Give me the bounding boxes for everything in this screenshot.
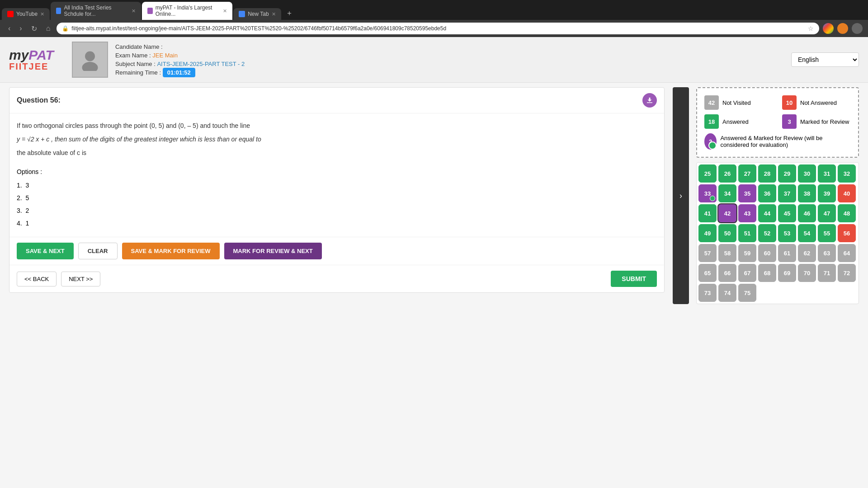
question-btn-45[interactable]: 45 [778, 204, 796, 222]
question-btn-61[interactable]: 61 [778, 244, 796, 262]
question-btn-27[interactable]: 27 [738, 164, 756, 183]
option-1[interactable]: 1. 3 [17, 179, 657, 192]
new-tab-button[interactable]: ＋ [282, 7, 297, 20]
save-mark-review-button[interactable]: SAVE & MARK FOR REVIEW [122, 243, 220, 259]
question-btn-25[interactable]: 25 [698, 164, 717, 183]
question-btn-52[interactable]: 52 [758, 224, 776, 242]
back-nav-button[interactable]: << BACK [17, 272, 57, 286]
tab-youtube-label: YouTube [16, 11, 38, 17]
question-btn-43[interactable]: 43 [738, 204, 756, 222]
question-btn-54[interactable]: 54 [798, 224, 816, 242]
question-btn-32[interactable]: 32 [838, 164, 856, 183]
options-label: Options : [17, 168, 657, 175]
question-btn-46[interactable]: 46 [798, 204, 816, 222]
profile-icon[interactable] [852, 23, 863, 34]
question-btn-39[interactable]: 39 [818, 184, 836, 202]
question-btn-58[interactable]: 58 [718, 244, 736, 262]
question-btn-36[interactable]: 36 [758, 184, 776, 202]
tab-mypat-close[interactable]: ✕ [223, 8, 227, 14]
tab-newtab[interactable]: New Tab ✕ [233, 8, 281, 20]
question-btn-70[interactable]: 70 [798, 264, 816, 282]
question-btn-53[interactable]: 53 [778, 224, 796, 242]
svg-point-0 [85, 52, 95, 61]
question-line3: the absolute value of c is [17, 148, 657, 159]
question-btn-34[interactable]: 34 [718, 184, 736, 202]
candidate-info: Candidate Name : Exam Name : JEE Main Su… [72, 42, 245, 78]
question-btn-62[interactable]: 62 [798, 244, 816, 262]
mypat-favicon [147, 8, 153, 14]
question-btn-49[interactable]: 49 [698, 224, 717, 242]
download-button[interactable] [642, 93, 657, 108]
tab-youtube-close[interactable]: ✕ [40, 11, 44, 17]
lock-icon: 🔒 [62, 25, 69, 32]
tab-aits[interactable]: All India Test Series Schdule for... ✕ [51, 2, 141, 20]
clear-button[interactable]: CLEAR [78, 243, 118, 259]
submit-button[interactable]: SUBMIT [611, 271, 657, 287]
question-btn-40[interactable]: 40 [838, 184, 856, 202]
legend-answered-marked: 2 Answered & Marked for Review (will be … [704, 133, 851, 150]
question-btn-42[interactable]: 42 [718, 204, 736, 222]
logo-pat: PAT [28, 48, 54, 62]
question-btn-57[interactable]: 57 [698, 244, 717, 262]
option-4[interactable]: 4. 1 [17, 217, 657, 230]
question-btn-60[interactable]: 60 [758, 244, 776, 262]
question-btn-30[interactable]: 30 [798, 164, 816, 183]
question-grid-scroll[interactable]: 2526272829303132333435363738394041424344… [696, 162, 859, 304]
avatar [72, 42, 108, 78]
extension-icon[interactable] [837, 23, 848, 34]
question-btn-50[interactable]: 50 [718, 224, 736, 242]
question-btn-31[interactable]: 31 [818, 164, 836, 183]
question-btn-41[interactable]: 41 [698, 204, 717, 222]
question-btn-75[interactable]: 75 [738, 284, 756, 302]
browser-chrome: YouTube ✕ All India Test Series Schdule … [0, 0, 868, 37]
question-btn-28[interactable]: 28 [758, 164, 776, 183]
question-btn-29[interactable]: 29 [778, 164, 796, 183]
question-scroll: Question 56: If two orthogonal circles p… [9, 87, 672, 304]
tab-aits-close[interactable]: ✕ [132, 8, 136, 14]
not-visited-badge: 42 [704, 95, 719, 110]
question-btn-35[interactable]: 35 [738, 184, 756, 202]
question-btn-64[interactable]: 64 [838, 244, 856, 262]
question-btn-55[interactable]: 55 [818, 224, 836, 242]
panel-toggle-arrow[interactable]: › [673, 87, 689, 304]
question-btn-26[interactable]: 26 [718, 164, 736, 183]
option-2[interactable]: 2. 5 [17, 192, 657, 204]
answered-marked-badge: 2 [704, 133, 717, 150]
marked-review-label: Marked for Review [800, 118, 849, 125]
action-bar: SAVE & NEXT CLEAR SAVE & MARK FOR REVIEW… [9, 237, 664, 265]
question-btn-33[interactable]: 33 [698, 184, 717, 202]
question-btn-47[interactable]: 47 [818, 204, 836, 222]
question-btn-37[interactable]: 37 [778, 184, 796, 202]
home-button[interactable]: ⌂ [43, 23, 53, 33]
question-btn-38[interactable]: 38 [798, 184, 816, 202]
reload-button[interactable]: ↻ [28, 23, 40, 34]
forward-button[interactable]: › [17, 23, 24, 33]
tab-newtab-close[interactable]: ✕ [272, 11, 276, 17]
question-btn-66[interactable]: 66 [718, 264, 736, 282]
question-btn-51[interactable]: 51 [738, 224, 756, 242]
next-nav-button[interactable]: NEXT >> [61, 272, 100, 286]
question-area: Question 56: If two orthogonal circles p… [9, 87, 689, 304]
tab-youtube[interactable]: YouTube ✕ [2, 8, 50, 20]
question-btn-48[interactable]: 48 [838, 204, 856, 222]
question-btn-74[interactable]: 74 [718, 284, 736, 302]
question-btn-44[interactable]: 44 [758, 204, 776, 222]
question-btn-68[interactable]: 68 [758, 264, 776, 282]
question-btn-56[interactable]: 56 [838, 224, 856, 242]
option-3[interactable]: 3. 2 [17, 204, 657, 217]
question-btn-63[interactable]: 63 [818, 244, 836, 262]
save-next-button[interactable]: SAVE & NEXT [17, 243, 74, 259]
tab-mypat[interactable]: myPAT - India's Largest Online... ✕ [142, 2, 232, 20]
question-btn-73[interactable]: 73 [698, 284, 717, 302]
bookmark-icon[interactable]: ☆ [808, 25, 814, 32]
question-btn-65[interactable]: 65 [698, 264, 717, 282]
language-select[interactable]: English Hindi [791, 52, 859, 67]
question-btn-67[interactable]: 67 [738, 264, 756, 282]
question-btn-72[interactable]: 72 [838, 264, 856, 282]
mark-review-next-button[interactable]: MARK FOR REVIEW & NEXT [224, 243, 322, 259]
question-btn-59[interactable]: 59 [738, 244, 756, 262]
url-box[interactable]: 🔒 fiitjee-aits.mypat.in/test/test-ongoin… [57, 23, 819, 34]
question-btn-71[interactable]: 71 [818, 264, 836, 282]
back-button[interactable]: ‹ [5, 23, 13, 33]
question-btn-69[interactable]: 69 [778, 264, 796, 282]
